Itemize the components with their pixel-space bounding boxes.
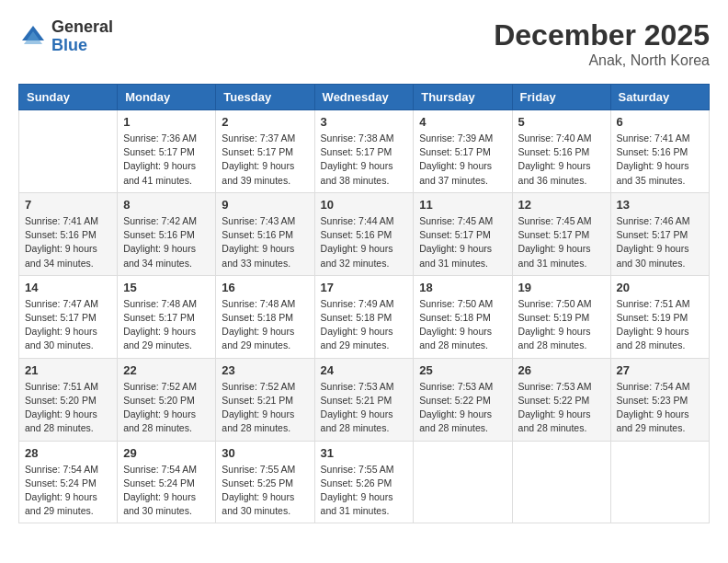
day-number: 13	[617, 198, 703, 212]
day-info: Sunrise: 7:53 AMSunset: 5:21 PMDaylight:…	[321, 380, 408, 436]
day-info: Sunrise: 7:41 AMSunset: 5:16 PMDaylight:…	[617, 132, 703, 188]
weekday-header-thursday: Thursday	[414, 85, 512, 110]
calendar-cell: 17Sunrise: 7:49 AMSunset: 5:18 PMDayligh…	[314, 275, 414, 358]
day-info: Sunrise: 7:48 AMSunset: 5:18 PMDaylight:…	[222, 297, 308, 353]
calendar-cell: 12Sunrise: 7:45 AMSunset: 5:17 PMDayligh…	[512, 192, 610, 275]
calendar-week-row: 28Sunrise: 7:54 AMSunset: 5:24 PMDayligh…	[19, 441, 710, 523]
day-info: Sunrise: 7:45 AMSunset: 5:17 PMDaylight:…	[419, 214, 506, 270]
calendar-cell	[512, 441, 610, 523]
day-number: 1	[123, 115, 210, 129]
calendar-cell: 18Sunrise: 7:50 AMSunset: 5:18 PMDayligh…	[414, 275, 512, 358]
month-year-title: December 2025	[494, 18, 710, 52]
calendar-cell: 2Sunrise: 7:37 AMSunset: 5:17 PMDaylight…	[216, 110, 314, 193]
calendar-cell: 19Sunrise: 7:50 AMSunset: 5:19 PMDayligh…	[512, 275, 610, 358]
calendar-cell: 14Sunrise: 7:47 AMSunset: 5:17 PMDayligh…	[19, 275, 118, 358]
day-info: Sunrise: 7:44 AMSunset: 5:16 PMDaylight:…	[321, 214, 408, 270]
day-number: 3	[321, 115, 408, 129]
calendar-cell: 25Sunrise: 7:53 AMSunset: 5:22 PMDayligh…	[414, 358, 512, 441]
logo-general-text: General	[51, 18, 113, 37]
weekday-header-tuesday: Tuesday	[216, 85, 314, 110]
calendar-cell	[610, 441, 709, 523]
day-number: 24	[321, 363, 408, 377]
day-number: 12	[518, 198, 605, 212]
day-info: Sunrise: 7:45 AMSunset: 5:17 PMDaylight:…	[518, 214, 605, 270]
day-number: 8	[123, 198, 210, 212]
calendar-cell: 21Sunrise: 7:51 AMSunset: 5:20 PMDayligh…	[19, 358, 118, 441]
calendar-cell: 6Sunrise: 7:41 AMSunset: 5:16 PMDaylight…	[610, 110, 709, 193]
day-info: Sunrise: 7:55 AMSunset: 5:26 PMDaylight:…	[321, 463, 408, 519]
day-info: Sunrise: 7:50 AMSunset: 5:18 PMDaylight:…	[419, 297, 506, 353]
day-number: 10	[321, 198, 408, 212]
day-number: 7	[25, 198, 111, 212]
day-info: Sunrise: 7:54 AMSunset: 5:24 PMDaylight:…	[25, 463, 111, 519]
calendar-cell: 28Sunrise: 7:54 AMSunset: 5:24 PMDayligh…	[19, 441, 118, 523]
day-info: Sunrise: 7:38 AMSunset: 5:17 PMDaylight:…	[321, 132, 408, 188]
day-number: 17	[321, 281, 408, 294]
day-info: Sunrise: 7:50 AMSunset: 5:19 PMDaylight:…	[518, 297, 605, 353]
day-number: 19	[518, 281, 605, 294]
day-number: 31	[321, 446, 408, 460]
calendar-cell: 26Sunrise: 7:53 AMSunset: 5:22 PMDayligh…	[512, 358, 610, 441]
day-number: 9	[222, 198, 308, 212]
calendar-cell: 8Sunrise: 7:42 AMSunset: 5:16 PMDaylight…	[118, 192, 216, 275]
day-info: Sunrise: 7:51 AMSunset: 5:19 PMDaylight:…	[617, 297, 703, 353]
day-number: 14	[25, 281, 111, 294]
calendar-cell: 20Sunrise: 7:51 AMSunset: 5:19 PMDayligh…	[610, 275, 709, 358]
calendar-cell: 29Sunrise: 7:54 AMSunset: 5:24 PMDayligh…	[118, 441, 216, 523]
calendar-cell: 9Sunrise: 7:43 AMSunset: 5:16 PMDaylight…	[216, 192, 314, 275]
day-info: Sunrise: 7:46 AMSunset: 5:17 PMDaylight:…	[617, 214, 703, 270]
calendar-week-row: 7Sunrise: 7:41 AMSunset: 5:16 PMDaylight…	[19, 192, 710, 275]
title-block: December 2025 Anak, North Korea	[494, 18, 710, 69]
calendar-cell: 13Sunrise: 7:46 AMSunset: 5:17 PMDayligh…	[610, 192, 709, 275]
day-number: 29	[123, 446, 210, 460]
day-number: 15	[123, 281, 210, 294]
day-number: 18	[419, 281, 506, 294]
day-number: 20	[617, 281, 703, 294]
calendar-cell: 27Sunrise: 7:54 AMSunset: 5:23 PMDayligh…	[610, 358, 709, 441]
calendar-cell: 23Sunrise: 7:52 AMSunset: 5:21 PMDayligh…	[216, 358, 314, 441]
calendar-cell: 16Sunrise: 7:48 AMSunset: 5:18 PMDayligh…	[216, 275, 314, 358]
day-info: Sunrise: 7:53 AMSunset: 5:22 PMDaylight:…	[518, 380, 605, 436]
calendar-cell: 11Sunrise: 7:45 AMSunset: 5:17 PMDayligh…	[414, 192, 512, 275]
day-number: 21	[25, 363, 111, 377]
calendar-cell: 15Sunrise: 7:48 AMSunset: 5:17 PMDayligh…	[118, 275, 216, 358]
day-number: 30	[222, 446, 308, 460]
day-info: Sunrise: 7:53 AMSunset: 5:22 PMDaylight:…	[419, 380, 506, 436]
day-info: Sunrise: 7:52 AMSunset: 5:21 PMDaylight:…	[222, 380, 308, 436]
calendar-table: SundayMondayTuesdayWednesdayThursdayFrid…	[18, 84, 710, 523]
calendar-cell: 1Sunrise: 7:36 AMSunset: 5:17 PMDaylight…	[118, 110, 216, 193]
weekday-header-wednesday: Wednesday	[314, 85, 414, 110]
day-info: Sunrise: 7:42 AMSunset: 5:16 PMDaylight:…	[123, 214, 210, 270]
day-info: Sunrise: 7:54 AMSunset: 5:24 PMDaylight:…	[123, 463, 210, 519]
day-info: Sunrise: 7:54 AMSunset: 5:23 PMDaylight:…	[617, 380, 703, 436]
day-info: Sunrise: 7:43 AMSunset: 5:16 PMDaylight:…	[222, 214, 308, 270]
day-info: Sunrise: 7:51 AMSunset: 5:20 PMDaylight:…	[25, 380, 111, 436]
logo: General Blue	[18, 18, 113, 55]
calendar-cell: 10Sunrise: 7:44 AMSunset: 5:16 PMDayligh…	[314, 192, 414, 275]
calendar-cell: 31Sunrise: 7:55 AMSunset: 5:26 PMDayligh…	[314, 441, 414, 523]
day-info: Sunrise: 7:48 AMSunset: 5:17 PMDaylight:…	[123, 297, 210, 353]
weekday-header-sunday: Sunday	[19, 85, 118, 110]
calendar-cell: 4Sunrise: 7:39 AMSunset: 5:17 PMDaylight…	[414, 110, 512, 193]
calendar-cell	[19, 110, 118, 193]
weekday-header-friday: Friday	[512, 85, 610, 110]
calendar-cell: 24Sunrise: 7:53 AMSunset: 5:21 PMDayligh…	[314, 358, 414, 441]
day-number: 25	[419, 363, 506, 377]
calendar-week-row: 21Sunrise: 7:51 AMSunset: 5:20 PMDayligh…	[19, 358, 710, 441]
day-info: Sunrise: 7:49 AMSunset: 5:18 PMDaylight:…	[321, 297, 408, 353]
day-info: Sunrise: 7:40 AMSunset: 5:16 PMDaylight:…	[518, 132, 605, 188]
day-number: 11	[419, 198, 506, 212]
logo-blue-text: Blue	[51, 37, 113, 55]
day-info: Sunrise: 7:52 AMSunset: 5:20 PMDaylight:…	[123, 380, 210, 436]
day-number: 6	[617, 115, 703, 129]
day-info: Sunrise: 7:39 AMSunset: 5:17 PMDaylight:…	[419, 132, 506, 188]
day-number: 28	[25, 446, 111, 460]
weekday-header-monday: Monday	[118, 85, 216, 110]
day-number: 27	[617, 363, 703, 377]
day-number: 16	[222, 281, 308, 294]
day-number: 5	[518, 115, 605, 129]
calendar-cell: 7Sunrise: 7:41 AMSunset: 5:16 PMDaylight…	[19, 192, 118, 275]
calendar-header-row: SundayMondayTuesdayWednesdayThursdayFrid…	[19, 85, 710, 110]
day-info: Sunrise: 7:41 AMSunset: 5:16 PMDaylight:…	[25, 214, 111, 270]
day-info: Sunrise: 7:47 AMSunset: 5:17 PMDaylight:…	[25, 297, 111, 353]
